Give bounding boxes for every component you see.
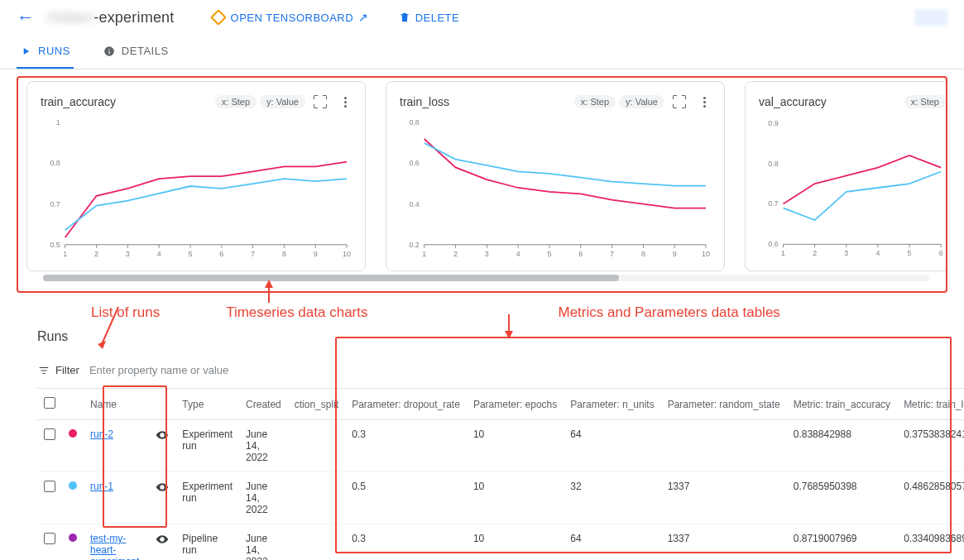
trash-icon <box>399 12 410 23</box>
svg-text:5: 5 <box>547 250 551 258</box>
delete-button[interactable]: DELETE <box>399 12 460 24</box>
tab-details[interactable]: DETAILS <box>100 35 172 69</box>
svg-text:5: 5 <box>188 250 192 258</box>
run-name-link[interactable]: run-1 <box>90 481 113 492</box>
svg-text:1: 1 <box>422 250 426 258</box>
svg-text:6: 6 <box>939 249 943 257</box>
row-checkbox[interactable] <box>44 428 55 440</box>
cell-epochs: 10 <box>467 420 564 472</box>
cell-random: 1337 <box>661 472 787 524</box>
runs-table-wrap: Name Type Created ction_split Parameter:… <box>37 388 947 560</box>
cell-trainacc: 0.838842988 <box>787 420 897 472</box>
svg-text:1: 1 <box>781 249 785 257</box>
cell-nunits: 64 <box>564 524 660 561</box>
filter-button[interactable]: Filter <box>37 364 79 376</box>
svg-text:2: 2 <box>94 250 98 258</box>
run-color-dot <box>69 481 77 490</box>
svg-text:0.9: 0.9 <box>768 119 778 127</box>
filter-input[interactable] <box>88 359 947 381</box>
chart-card-train_accuracy: train_accuracy x: Step y: Value 0.50.70.… <box>26 81 366 271</box>
cell-created: June 14, 2022 <box>239 524 288 561</box>
cell-nunits: 32 <box>564 472 660 524</box>
chart-body[interactable]: 0.20.40.60.812345678910 <box>400 115 711 264</box>
open-tensorboard-button[interactable]: OPEN TENSORBOARD ↗ <box>213 11 369 24</box>
run-name-link[interactable]: run-2 <box>90 428 113 440</box>
cell-trainloss: 0.3340983689 <box>897 524 964 561</box>
cell-type: Experiment run <box>175 472 239 524</box>
run-name-link[interactable]: test-my-heart-experiment-pipeline-run <box>90 533 142 560</box>
more-icon[interactable] <box>338 95 352 108</box>
svg-text:5: 5 <box>908 249 912 257</box>
cell-type: Experiment run <box>175 420 239 472</box>
page-header: ← hidden-experiment OPEN TENSORBOARD ↗ D… <box>0 0 964 35</box>
svg-text:0.7: 0.7 <box>768 199 778 208</box>
chart-body[interactable]: 0.60.70.80.9123456 <box>759 115 946 264</box>
chart-card-train_loss: train_loss x: Step y: Value 0.20.40.60.8… <box>386 81 725 271</box>
fullscreen-icon[interactable] <box>314 95 327 108</box>
visibility-icon[interactable] <box>156 485 169 496</box>
svg-text:3: 3 <box>844 249 848 257</box>
col-type[interactable]: Type <box>175 389 239 420</box>
svg-text:9: 9 <box>673 250 677 258</box>
runs-section: Runs Filter Name Type Created ction_spli… <box>0 329 964 560</box>
run-color-dot <box>69 534 77 542</box>
svg-text:0.8: 0.8 <box>50 159 60 167</box>
more-icon[interactable] <box>698 95 711 108</box>
y-badge: y: Value <box>619 95 664 108</box>
cell-random <box>661 420 787 472</box>
row-checkbox[interactable] <box>44 533 55 544</box>
cell-type: Pipeline run <box>175 524 239 561</box>
svg-marker-72 <box>505 331 513 339</box>
svg-text:9: 9 <box>314 250 318 258</box>
svg-text:0.8: 0.8 <box>409 118 419 127</box>
table-row: run-1 Experiment run June 14, 2022 0.5 1… <box>37 472 964 524</box>
col-trainloss[interactable]: Metric: train_loss <box>897 389 964 420</box>
row-checkbox[interactable] <box>44 481 55 492</box>
annot-metrics: Metrics and Parameters data tables <box>558 304 779 321</box>
back-arrow-icon[interactable]: ← <box>17 7 35 28</box>
col-dropout[interactable]: Parameter: dropout_rate <box>345 389 467 420</box>
col-split[interactable]: ction_split <box>288 389 345 420</box>
col-trainacc[interactable]: Metric: train_accuracy <box>787 389 897 420</box>
col-nunits[interactable]: Parameter: n_units <box>564 389 660 420</box>
cell-dropout: 0.3 <box>345 420 467 472</box>
cell-trainacc: 0.7685950398 <box>787 472 897 524</box>
svg-text:1: 1 <box>63 250 67 258</box>
runs-table: Name Type Created ction_split Parameter:… <box>37 388 964 560</box>
table-row: run-2 Experiment run June 14, 2022 0.3 1… <box>37 420 964 472</box>
cell-epochs: 10 <box>467 524 564 561</box>
play-icon <box>20 45 31 57</box>
svg-text:6: 6 <box>219 250 223 258</box>
svg-marker-70 <box>265 280 273 288</box>
runs-title: Runs <box>37 329 947 344</box>
y-badge: y: Value <box>260 95 305 108</box>
svg-text:7: 7 <box>251 250 255 258</box>
select-all-checkbox[interactable] <box>44 397 55 409</box>
charts-scrollbar[interactable] <box>43 275 929 281</box>
charts-row: train_accuracy x: Step y: Value 0.50.70.… <box>18 81 946 271</box>
table-row: test-my-heart-experiment-pipeline-run Pi… <box>37 524 964 561</box>
col-epochs[interactable]: Parameter: epochs <box>467 389 564 420</box>
visibility-icon[interactable] <box>156 537 169 548</box>
arrow-icon <box>98 303 122 352</box>
svg-text:10: 10 <box>343 250 351 258</box>
header-right-blur <box>914 9 947 26</box>
chart-body[interactable]: 0.50.70.8112345678910 <box>41 115 352 264</box>
chart-title: train_accuracy <box>41 95 212 108</box>
fullscreen-icon[interactable] <box>673 95 686 108</box>
svg-text:10: 10 <box>702 250 710 258</box>
col-created[interactable]: Created <box>239 389 288 420</box>
info-icon <box>103 45 115 57</box>
svg-text:4: 4 <box>875 249 880 257</box>
col-random[interactable]: Parameter: random_state <box>661 389 787 420</box>
chart-card-val_accuracy: val_accuracy x: Step 0.60.70.80.9123456 <box>745 81 946 271</box>
svg-text:1: 1 <box>56 118 60 127</box>
col-name[interactable]: Name <box>84 389 149 420</box>
svg-text:0.6: 0.6 <box>768 240 778 248</box>
svg-text:3: 3 <box>485 250 489 258</box>
svg-text:8: 8 <box>282 250 286 258</box>
chart-title: val_accuracy <box>759 95 901 108</box>
cell-nunits: 64 <box>564 420 660 472</box>
tab-runs[interactable]: RUNS <box>17 35 74 69</box>
visibility-icon[interactable] <box>156 433 169 444</box>
